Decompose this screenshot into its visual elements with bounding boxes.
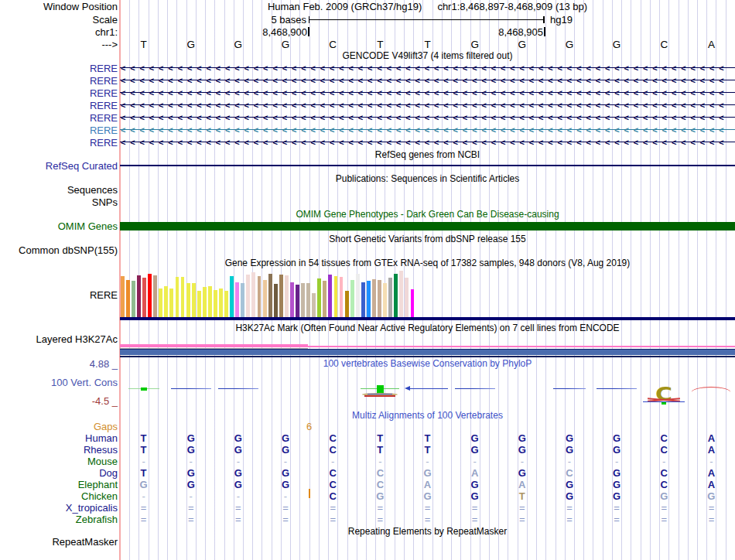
cons-blue-line[interactable] — [408, 388, 448, 390]
gtex-tissue-bar[interactable] — [268, 274, 272, 317]
gtex-tissue-bar[interactable] — [296, 285, 299, 317]
repeatmasker-track-label[interactable]: RepeatMasker — [0, 536, 118, 548]
gtex-tissue-bar[interactable] — [334, 276, 338, 317]
gtex-tissue-bar[interactable] — [224, 291, 228, 317]
gtex-tissue-bar[interactable] — [214, 290, 217, 317]
gencode-gene-label[interactable]: RERE — [0, 87, 118, 98]
gtex-tissue-bar[interactable] — [323, 281, 326, 317]
gtex-tissue-bar[interactable] — [251, 272, 255, 317]
gencode-gene-label[interactable]: RERE — [0, 111, 118, 123]
refseq-track-label[interactable]: RefSeq Curated — [0, 160, 118, 172]
cons-blue-line[interactable] — [553, 388, 586, 390]
gtex-tissue-bar[interactable] — [230, 276, 234, 317]
h3k27ac-steelblue-bar[interactable] — [120, 350, 735, 355]
gtex-tissue-bar[interactable] — [219, 289, 223, 317]
multiz-species-label[interactable]: X_tropicalis — [0, 501, 118, 513]
gtex-tissue-bar[interactable] — [290, 282, 294, 317]
gtex-tissue-bar[interactable] — [411, 289, 415, 317]
gtex-tissue-bar[interactable] — [192, 283, 196, 317]
gtex-tissue-bar[interactable] — [181, 277, 185, 317]
gencode-gene-label[interactable]: RERE — [0, 74, 118, 86]
gtex-tissue-bar[interactable] — [279, 275, 283, 317]
gencode-gene-arrows[interactable]: <<<<<<<<<<<<<<<<<<<<<<<<<<<<<<<<<<<<<<<<… — [121, 76, 735, 84]
h3k27ac-track-label[interactable]: Layered H3K27Ac — [0, 333, 118, 345]
gtex-tissue-bar[interactable] — [153, 275, 157, 317]
gtex-tissue-bar[interactable] — [378, 280, 381, 317]
gencode-gene-arrows[interactable]: <<<<<<<<<<<<<<<<<<<<<<<<<<<<<<<<<<<<<<<<… — [121, 113, 735, 121]
gtex-tissue-bar[interactable] — [176, 277, 179, 317]
gencode-gene-label[interactable]: RERE — [0, 136, 118, 148]
gtex-tissue-bar[interactable] — [186, 283, 190, 317]
gencode-gene-arrows[interactable]: <<<<<<<<<<<<<<<<<<<<<<<<<<<<<<<<<<<<<<<<… — [121, 138, 735, 146]
gtex-tissue-bar[interactable] — [383, 283, 387, 317]
cons-blue-line[interactable] — [218, 388, 258, 390]
publications-sequences-label[interactable]: Sequences — [0, 184, 118, 196]
multiz-species-label[interactable]: Dog — [0, 466, 118, 478]
gtex-tissue-bar[interactable] — [328, 275, 332, 317]
multiz-species-label[interactable]: Zebrafish — [0, 513, 118, 524]
multiz-species-label[interactable]: Mouse — [0, 455, 118, 466]
multiz-gaps-label[interactable]: Gaps — [0, 421, 118, 432]
cons-blue-line[interactable] — [455, 388, 495, 390]
gtex-tissue-bar[interactable] — [405, 278, 409, 317]
gencode-gene-arrows[interactable]: <<<<<<<<<<<<<<<<<<<<<<<<<<<<<<<<<<<<<<<<… — [121, 88, 735, 97]
gencode-gene-arrows[interactable]: <<<<<<<<<<<<<<<<<<<<<<<<<<<<<<<<<<<<<<<<… — [121, 101, 735, 109]
h3k27ac-pink-thin-bar[interactable] — [308, 346, 735, 348]
gtex-tissue-bar[interactable] — [164, 286, 168, 317]
gtex-tissue-bar[interactable] — [203, 287, 207, 317]
gtex-tissue-bar[interactable] — [388, 278, 392, 317]
gencode-gene-arrows[interactable]: <<<<<<<<<<<<<<<<<<<<<<<<<<<<<<<<<<<<<<<<… — [121, 125, 735, 134]
multiz-species-label[interactable]: Rhesus — [0, 443, 118, 455]
gtex-tissue-bar[interactable] — [148, 274, 152, 317]
omim-track-label[interactable]: OMIM Genes — [0, 220, 118, 232]
dbsnp-track-label[interactable]: Common dbSNP(155) — [0, 244, 118, 256]
conservation-track-label[interactable]: 100 Vert. Cons — [0, 377, 118, 388]
gtex-tissue-bar[interactable] — [394, 274, 398, 317]
multiz-species-label[interactable]: Chicken — [0, 490, 118, 501]
gtex-tissue-bar[interactable] — [340, 277, 344, 317]
gtex-tissue-bar[interactable] — [208, 286, 212, 317]
gtex-tissue-bar[interactable] — [356, 274, 360, 317]
gtex-tissue-bar[interactable] — [258, 276, 262, 317]
gtex-tissue-bar[interactable] — [361, 282, 365, 317]
gtex-tissue-bar[interactable] — [159, 289, 162, 317]
gtex-tissue-bar[interactable] — [301, 283, 305, 317]
gtex-tissue-bar[interactable] — [263, 280, 267, 317]
gtex-gene-label[interactable]: RERE — [0, 289, 118, 301]
gtex-tissue-bar[interactable] — [317, 278, 321, 317]
gtex-tissue-bar[interactable] — [274, 284, 278, 317]
cons-blue-line[interactable] — [597, 388, 637, 390]
gencode-gene-label[interactable]: RERE — [0, 124, 118, 135]
omim-gene-bar[interactable] — [120, 222, 735, 230]
gtex-tissue-bar[interactable] — [345, 291, 349, 317]
multiz-species-label[interactable]: Human — [0, 432, 118, 443]
gtex-tissue-bar[interactable] — [137, 275, 141, 317]
gencode-gene-label[interactable]: RERE — [0, 62, 118, 73]
gtex-tissue-bar[interactable] — [372, 279, 376, 317]
cons-arrowhead[interactable] — [405, 386, 410, 391]
refseq-curated-line[interactable] — [120, 165, 735, 166]
gtex-tissue-bar[interactable] — [246, 275, 250, 317]
multiz-species-label[interactable]: Elephant — [0, 478, 118, 490]
gtex-tissue-bar[interactable] — [132, 281, 135, 317]
gencode-gene-arrows[interactable]: <<<<<<<<<<<<<<<<<<<<<<<<<<<<<<<<<<<<<<<<… — [121, 63, 735, 72]
multiz-base-cell: G — [465, 443, 485, 455]
gtex-tissue-bar[interactable] — [312, 293, 316, 317]
gtex-tissue-bar[interactable] — [169, 289, 173, 317]
gtex-tissue-bar[interactable] — [367, 281, 371, 317]
gtex-tissue-bar[interactable] — [306, 283, 310, 317]
gtex-tissue-bar[interactable] — [142, 278, 146, 317]
gtex-tissue-bar[interactable] — [350, 280, 354, 317]
gtex-baseline-bar[interactable] — [120, 317, 735, 320]
cons-green-dot[interactable] — [141, 388, 147, 391]
cons-blue-line[interactable] — [171, 388, 211, 390]
gtex-tissue-bar[interactable] — [121, 276, 125, 317]
gtex-tissue-bar[interactable] — [126, 280, 130, 317]
gtex-tissue-bar[interactable] — [235, 282, 239, 317]
gencode-gene-label[interactable]: RERE — [0, 99, 118, 111]
publications-snps-label[interactable]: SNPs — [0, 196, 118, 208]
gtex-tissue-bar[interactable] — [399, 271, 403, 317]
gtex-tissue-bar[interactable] — [241, 283, 244, 317]
gtex-tissue-bar[interactable] — [197, 291, 201, 317]
gtex-tissue-bar[interactable] — [285, 275, 289, 317]
